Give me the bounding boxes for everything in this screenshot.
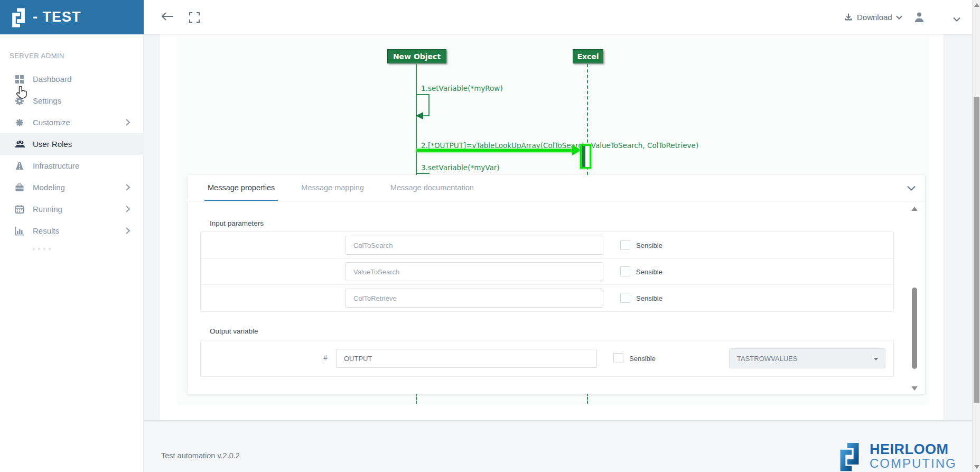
message-1-line [422, 115, 430, 116]
sidebar-item-label: Modeling [33, 183, 65, 192]
panel-scrollbar [910, 206, 919, 392]
diagram-actor-excel[interactable]: Excel [573, 49, 603, 63]
message-1-arrowhead [416, 112, 423, 119]
sidebar-item-label: Running [33, 205, 62, 214]
sidebar-item-label: Dashboard [33, 75, 71, 84]
message-properties-panel: Message properties Message mapping Messa… [188, 175, 925, 394]
app-title: - TEST [33, 9, 81, 25]
lifeline-new-object [416, 64, 417, 175]
app-window: - TEST SERVER ADMIN Dashboard Settings C… [0, 0, 980, 472]
sidebar: - TEST SERVER ADMIN Dashboard Settings C… [0, 0, 144, 472]
sidebar-item-modeling[interactable]: Modeling [0, 177, 144, 198]
sensible-label: Sensible [636, 242, 662, 249]
content-card: New Object Excel 1.setVariable(*myRow) 2… [160, 34, 944, 420]
chevron-right-icon [126, 205, 130, 214]
topbar: Download [144, 0, 980, 34]
bar-chart-icon [15, 226, 25, 236]
message-2-highlight-line [417, 149, 574, 152]
message-1-line [417, 94, 430, 95]
app-logo[interactable]: - TEST [0, 0, 144, 34]
page-scrollbar-thumb[interactable] [974, 97, 979, 403]
sidebar-item-label: User Roles [33, 140, 72, 149]
sidebar-item-results[interactable]: Results [0, 220, 144, 242]
sidebar-item-user-roles[interactable]: User Roles [0, 133, 144, 155]
param-input-valuetosearch[interactable] [346, 262, 603, 281]
footer: Test automation v.2.0.2 HEIRLOOM COMPUTI… [144, 420, 980, 472]
main-content: New Object Excel 1.setVariable(*myRow) 2… [144, 34, 980, 472]
mouse-cursor-hand [15, 86, 27, 100]
output-variable-row: # Sensible TASTROWVALUES [200, 340, 894, 377]
diagram-actor-new-object[interactable]: New Object [387, 49, 446, 63]
tab-message-documentation[interactable]: Message documentation [387, 175, 477, 201]
parameter-row: Sensible [201, 232, 893, 258]
sensible-label: Sensible [629, 355, 656, 363]
cog-icon [15, 118, 25, 127]
sidebar-item-customize[interactable]: Customize [0, 112, 144, 133]
fullscreen-icon[interactable] [189, 12, 200, 25]
heirloom-brand: HEIRLOOM COMPUTING [835, 442, 957, 471]
chevron-down-icon [896, 15, 902, 20]
param-input-coltosearch[interactable] [346, 236, 603, 255]
scroll-down-arrow[interactable] [911, 386, 918, 391]
panel-tabs: Message properties Message mapping Messa… [188, 175, 925, 201]
lifeline-tail-excel [587, 393, 588, 404]
grid-icon [15, 75, 25, 84]
tab-message-properties[interactable]: Message properties [204, 175, 278, 201]
users-icon [15, 140, 25, 149]
diagram-message-1[interactable]: 1.setVariable(*myRow) [421, 84, 503, 92]
download-icon [844, 13, 853, 22]
hash-prefix: # [323, 354, 328, 362]
sensible-checkbox[interactable] [613, 353, 623, 363]
calendar-icon [15, 205, 25, 214]
briefcase-icon [15, 183, 25, 192]
heirloom-brand-text: HEIRLOOM COMPUTING [870, 442, 957, 470]
sidebar-item-label: Customize [33, 118, 70, 127]
download-menu[interactable]: Download [844, 0, 902, 34]
input-parameters-title: Input parameters [210, 219, 264, 227]
output-variable-title: Output variable [210, 327, 258, 335]
excel-activation-bar [580, 144, 591, 169]
parameter-row: Sensible [201, 285, 893, 311]
sensible-checkbox[interactable] [620, 293, 630, 303]
sensible-checkbox[interactable] [620, 240, 630, 250]
panel-scrollbar-thumb[interactable] [912, 288, 917, 369]
diagram-message-2-selected[interactable]: 2.[*OUTPUT]=vTableLookUpArray(ColToSearc… [421, 141, 698, 150]
brand-line2: COMPUTING [870, 457, 957, 470]
message-3-line [417, 173, 430, 174]
chevron-right-icon [126, 118, 130, 127]
diagram-message-3[interactable]: 3.setVariable(*myVar) [421, 163, 500, 172]
page-scrollbar [972, 0, 980, 472]
road-icon [15, 161, 25, 171]
back-button[interactable] [161, 11, 174, 24]
scroll-down-arrow[interactable] [974, 465, 979, 469]
app-version: Test automation v.2.0.2 [161, 451, 240, 460]
collapse-panel-chevron-icon[interactable] [907, 183, 916, 193]
parameter-row: Sensible [201, 258, 893, 285]
chevron-down-icon[interactable] [953, 14, 960, 24]
download-label: Download [857, 13, 892, 22]
message-1-line [428, 94, 430, 116]
brand-line1: HEIRLOOM [870, 442, 957, 457]
sidebar-item-running[interactable]: Running [0, 198, 144, 220]
sensible-label: Sensible [636, 268, 662, 276]
tab-message-mapping[interactable]: Message mapping [298, 175, 367, 201]
user-avatar-icon[interactable] [914, 12, 925, 25]
sidebar-partial-item [33, 248, 54, 250]
output-variable-input[interactable] [336, 349, 597, 368]
sidebar-section-label: SERVER ADMIN [10, 52, 64, 60]
dropdown-selected-value: TASTROWVALUES [737, 355, 797, 363]
heirloom-logo-icon [835, 442, 864, 471]
output-type-dropdown[interactable]: TASTROWVALUES [729, 348, 885, 368]
sidebar-item-label: Settings [33, 96, 61, 105]
sensible-label: Sensible [636, 294, 662, 302]
lifeline-tail-new-object [416, 393, 417, 404]
sidebar-item-infrastructure[interactable]: Infrastructure [0, 155, 144, 177]
chevron-right-icon [126, 227, 130, 236]
param-input-coltoretrieve[interactable] [346, 289, 603, 308]
scroll-up-arrow[interactable] [911, 207, 918, 211]
scroll-up-arrow[interactable] [974, 3, 979, 7]
brackets-logo-icon [8, 7, 29, 27]
sidebar-item-label: Results [33, 226, 59, 235]
sensible-checkbox[interactable] [620, 266, 630, 276]
chevron-right-icon [126, 183, 130, 192]
